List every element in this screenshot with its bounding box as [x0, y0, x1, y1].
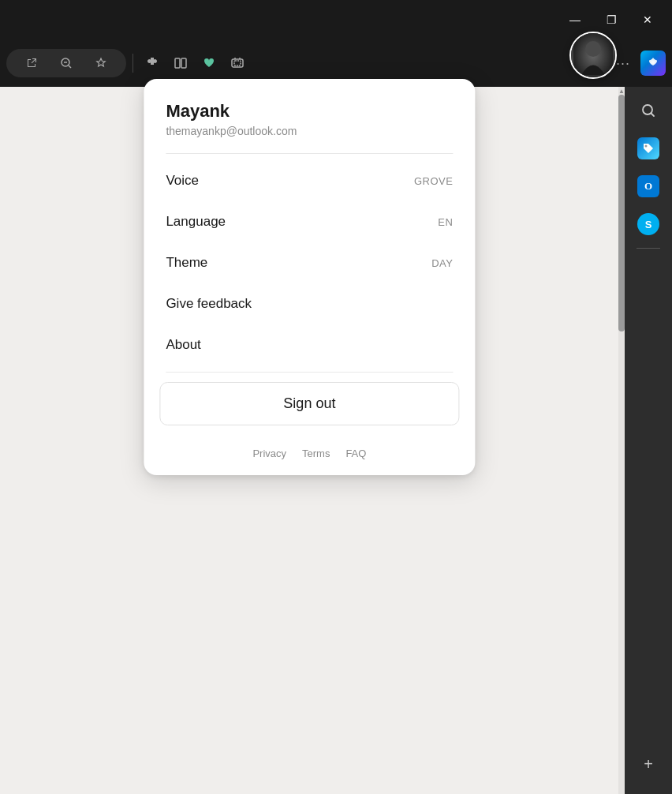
language-value: EN: [438, 216, 453, 228]
favorite-icon[interactable]: [88, 51, 114, 76]
card-footer: Privacy Terms FAQ: [144, 438, 475, 475]
avatar[interactable]: [569, 32, 617, 79]
language-menu-item[interactable]: Language EN: [144, 201, 475, 242]
sidebar-outlook-icon[interactable]: O: [631, 169, 666, 204]
voice-menu-item[interactable]: Voice GROVE: [144, 160, 475, 201]
voice-value: GROVE: [414, 175, 453, 187]
screenshot-icon[interactable]: [225, 51, 250, 76]
avatar-container: [569, 32, 625, 87]
voice-label: Voice: [166, 173, 199, 189]
right-sidebar: O S +: [625, 87, 672, 794]
terms-link[interactable]: Terms: [302, 448, 330, 459]
url-bar: [6, 49, 126, 77]
sidebar-search-icon[interactable]: [631, 93, 666, 128]
sidebar-skype-icon[interactable]: S: [631, 207, 666, 242]
scroll-arrow-up[interactable]: ▲: [618, 87, 625, 95]
theme-value: DAY: [431, 257, 453, 269]
scroll-track[interactable]: ▲: [618, 87, 625, 794]
svg-rect-4: [181, 58, 186, 68]
card-divider-bottom: [166, 372, 453, 373]
svg-rect-8: [234, 61, 241, 66]
split-view-icon[interactable]: [168, 51, 193, 76]
toolbar-separator: [133, 54, 133, 73]
sidebar-separator: [637, 248, 660, 249]
about-label: About: [166, 337, 200, 353]
card-header: Mayank themayankp@outlook.com: [144, 79, 475, 153]
user-name: Mayank: [166, 101, 453, 122]
about-menu-item[interactable]: About: [144, 324, 475, 365]
theme-menu-item[interactable]: Theme DAY: [144, 242, 475, 283]
give-feedback-menu-item[interactable]: Give feedback: [144, 283, 475, 324]
svg-rect-3: [175, 58, 180, 68]
language-label: Language: [166, 214, 226, 230]
user-email: themayankp@outlook.com: [166, 125, 453, 137]
extensions-icon[interactable]: [140, 51, 165, 76]
svg-point-11: [645, 145, 648, 148]
open-tab-icon[interactable]: [19, 51, 44, 76]
hearts-icon[interactable]: [196, 51, 222, 76]
privacy-link[interactable]: Privacy: [252, 448, 286, 459]
card-menu: Voice GROVE Language EN Theme DAY Give f…: [144, 154, 475, 372]
dropdown-card: Mayank themayankp@outlook.com Voice GROV…: [144, 79, 475, 475]
faq-link[interactable]: FAQ: [345, 448, 366, 459]
theme-label: Theme: [166, 255, 207, 271]
scroll-thumb[interactable]: [618, 95, 625, 331]
copilot-icon[interactable]: [640, 51, 666, 76]
svg-line-1: [69, 66, 71, 68]
give-feedback-label: Give feedback: [166, 296, 252, 312]
avatar-image: [571, 33, 615, 77]
sidebar-tags-icon[interactable]: [631, 131, 666, 166]
svg-point-13: [585, 41, 601, 57]
svg-line-10: [651, 114, 655, 117]
zoom-out-icon[interactable]: [54, 51, 79, 76]
sign-out-button[interactable]: Sign out: [159, 382, 459, 425]
close-button[interactable]: ✕: [629, 0, 666, 39]
sidebar-add-button[interactable]: +: [631, 747, 666, 781]
